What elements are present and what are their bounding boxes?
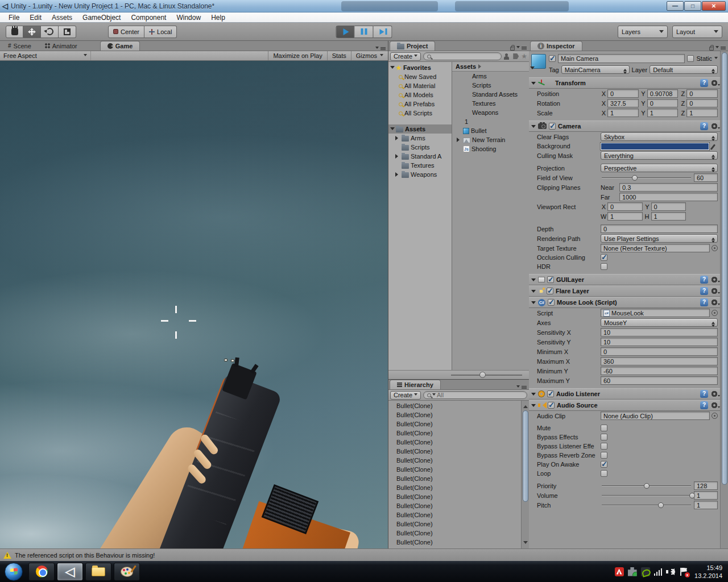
property-checkbox[interactable]	[601, 452, 607, 459]
near-field[interactable]: 0.3	[619, 183, 718, 192]
gear-icon[interactable]	[711, 123, 718, 130]
foldout-icon[interactable]	[531, 125, 536, 130]
status-bar[interactable]: The referenced script on this Behaviour …	[0, 548, 728, 561]
audio-clip-field[interactable]: None (Audio Clip)	[601, 411, 710, 420]
gear-icon[interactable]	[711, 402, 718, 409]
x-field[interactable]: 327.5	[607, 99, 639, 107]
component-enabled-checkbox[interactable]	[549, 123, 556, 130]
list-item[interactable]: Bullet(Clone)	[388, 419, 529, 429]
help-icon[interactable]	[700, 79, 708, 87]
hdr-checkbox[interactable]	[601, 263, 607, 270]
slider-knob[interactable]	[632, 175, 638, 181]
scroll-up-icon[interactable]	[523, 403, 528, 408]
foldout-icon[interactable]	[531, 290, 536, 295]
tab-inspector[interactable]: Inspector	[530, 41, 582, 51]
value-field[interactable]: 10	[601, 338, 718, 346]
panel-menu-icon[interactable]	[522, 47, 527, 49]
favorites-root[interactable]: ★ Favorites	[388, 63, 452, 72]
list-item[interactable]: Bullet(Clone)	[388, 429, 529, 438]
list-item[interactable]: Bullet(Clone)	[388, 501, 529, 510]
foldout-icon[interactable]	[390, 66, 395, 71]
assets-root[interactable]: Assets	[388, 124, 452, 134]
property-checkbox[interactable]	[601, 434, 607, 440]
flare-layer-header[interactable]: Flare Layer	[529, 285, 720, 297]
menu-item[interactable]: Component	[126, 14, 171, 22]
asset-item[interactable]: Scripts	[452, 81, 529, 90]
slider-knob[interactable]	[658, 502, 664, 508]
property-slider[interactable]	[601, 492, 692, 499]
tab-project[interactable]: Project	[390, 41, 435, 51]
tab-scene[interactable]: #Scene	[1, 41, 38, 51]
list-item[interactable]: Bullet(Clone)	[388, 510, 529, 519]
filter-by-label-icon[interactable]	[513, 53, 519, 59]
value-field[interactable]: -60	[601, 367, 718, 375]
menu-item[interactable]: File	[3, 14, 24, 22]
mouse-look-header[interactable]: Mouse Look (Script)	[529, 297, 720, 308]
taskbar-clock[interactable]: 15:49 13.2.2014	[692, 564, 722, 580]
viewport-w-field[interactable]: 1	[607, 212, 643, 221]
x-field[interactable]: 0	[607, 89, 639, 98]
menu-item[interactable]: Assets	[47, 14, 77, 22]
help-icon[interactable]	[700, 287, 708, 295]
property-checkbox[interactable]	[601, 470, 607, 477]
filter-by-type-icon[interactable]	[504, 53, 511, 60]
foldout-icon[interactable]	[531, 82, 536, 87]
z-field[interactable]: 0	[686, 89, 718, 98]
column-breadcrumb[interactable]: Assets	[452, 62, 529, 72]
script-field[interactable]: MouseLook	[601, 309, 710, 317]
panel-menu-icon[interactable]	[522, 386, 527, 389]
tree-folder[interactable]: Arms	[388, 134, 452, 143]
project-create-button[interactable]: Create	[390, 52, 421, 61]
tag-dropdown[interactable]: MainCamera	[561, 65, 630, 74]
panel-caret-icon[interactable]	[516, 385, 520, 389]
taskbar-explorer[interactable]	[85, 563, 111, 581]
menu-item[interactable]: Help	[206, 14, 230, 22]
list-item[interactable]: Bullet(Clone)	[388, 410, 529, 419]
property-checkbox[interactable]	[601, 443, 607, 450]
scale-tool-button[interactable]	[59, 26, 76, 38]
foldout-icon[interactable]	[531, 393, 536, 398]
clear-flags-dropdown[interactable]: Skybox	[601, 132, 718, 141]
move-tool-button[interactable]	[23, 26, 41, 38]
stats-toggle[interactable]: Stats	[327, 51, 351, 60]
asset-item[interactable]: Weapons	[452, 108, 529, 117]
list-item[interactable]: Bullet(Clone)	[388, 447, 529, 456]
gear-icon[interactable]	[711, 288, 718, 294]
foldout-icon[interactable]	[531, 278, 536, 284]
object-picker-icon[interactable]	[712, 310, 718, 316]
layers-dropdown[interactable]: Layers	[618, 26, 668, 38]
component-enabled-checkbox[interactable]	[547, 276, 554, 283]
menu-item[interactable]: GameObject	[77, 14, 126, 22]
projection-dropdown[interactable]: Perspective	[601, 164, 718, 172]
occlusion-culling-checkbox[interactable]	[601, 254, 607, 261]
foldout-icon[interactable]	[395, 154, 400, 159]
value-field[interactable]: 128	[694, 481, 718, 490]
tree-folder[interactable]: Scripts	[388, 143, 452, 152]
rotate-tool-button[interactable]	[41, 26, 59, 38]
project-search-input[interactable]	[423, 52, 502, 60]
aspect-dropdown[interactable]: Free Aspect	[0, 51, 91, 60]
tab-game[interactable]: Game	[100, 41, 140, 51]
list-item[interactable]: Bullet(Clone)	[388, 465, 529, 474]
usb-tray-icon[interactable]	[628, 567, 637, 576]
panel-menu-icon[interactable]	[380, 47, 386, 50]
pivot-local-button[interactable]: Local	[144, 26, 177, 38]
list-item[interactable]: Bullet(Clone)	[388, 401, 529, 410]
tree-folder[interactable]: Textures	[388, 161, 452, 170]
static-checkbox[interactable]	[687, 55, 694, 62]
background-color-swatch[interactable]	[601, 143, 709, 150]
thumbnail-size-slider[interactable]	[388, 370, 529, 379]
y-field[interactable]: 0	[647, 99, 679, 107]
gear-icon[interactable]	[711, 390, 718, 397]
slider-knob[interactable]	[644, 483, 650, 489]
help-icon[interactable]	[700, 122, 708, 130]
property-slider[interactable]	[601, 483, 692, 489]
value-field[interactable]: 360	[601, 357, 718, 365]
taskbar-unity[interactable]: ◁	[57, 563, 83, 581]
transform-header[interactable]: Transform	[529, 77, 720, 89]
taskbar-chrome[interactable]	[28, 563, 55, 581]
taskbar-paint[interactable]	[114, 563, 140, 581]
culling-mask-dropdown[interactable]: Everything	[601, 151, 718, 160]
lock-icon[interactable]	[709, 47, 714, 51]
asset-item[interactable]: Arms	[452, 72, 529, 81]
